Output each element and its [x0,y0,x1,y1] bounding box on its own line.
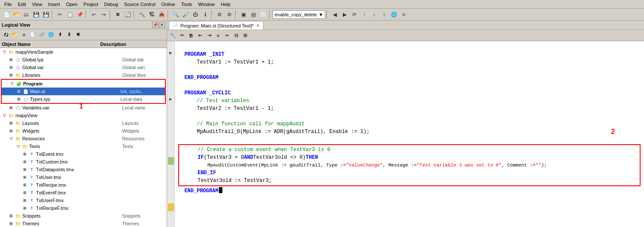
toolbar-extra8[interactable]: ≡ [399,10,408,19]
tree-item-txtdatapoints[interactable]: ⊞ T TxtDatapoints.tmx [0,166,167,173]
expand-icon[interactable]: ⊞ [8,127,15,134]
tree-item-themes[interactable]: ⊞ 📁 Themes Themes [0,220,167,227]
tree-item-txtcustom[interactable]: ⊞ T TxtCustom.tmx [0,158,167,166]
menu-file[interactable]: File [2,1,15,7]
expand-icon[interactable]: ⊞ [21,174,28,181]
lt-btn4[interactable]: 📑 [29,30,37,39]
toolbar-undo[interactable]: ↩ [89,10,99,19]
toolbar-redo[interactable]: ↪ [99,10,108,19]
tree-item-layouts[interactable]: ⊞ 📁 Layouts Layouts [0,119,167,127]
code-tb-align-right[interactable]: ⇥ [205,31,213,40]
toolbar-power[interactable]: ⏻ [191,10,200,19]
toolbar-save2[interactable]: 💾 [41,10,51,19]
expand-icon[interactable]: ⊞ [8,104,15,111]
tree-item-txtrecipef[interactable]: ⊞ T TxtRecipeF.tmx [0,204,167,212]
code-tb-outdent[interactable]: ⇐ [223,31,231,40]
toolbar-extra6[interactable]: ↕ [379,10,389,19]
toolbar-display2[interactable]: ▤ [249,10,258,19]
tree-item-variables-var[interactable]: ⊞ ⬡ Variables.var Local varia 1 [0,104,167,112]
gutter-fold-2[interactable]: ▶ [167,95,175,103]
toolbar-paste[interactable]: 📌 [75,10,84,19]
tree-item-resources[interactable]: ▽ 📁 Resources Resources [0,135,167,142]
tree-item-global-var[interactable]: ⊞ ⬡ Global.var Global vari [0,64,167,71]
tree-item-txteventf[interactable]: ⊞ T TxtEventF.tmx [0,189,167,197]
tab-main-st[interactable]: 📄 Program::Main.st [Structured Text]* ✕ [169,21,264,30]
toolbar-cut[interactable]: ✂ [55,10,65,19]
menu-project[interactable]: Project [81,1,101,7]
tree-item-txtevent[interactable]: ⊞ T TxtEvent.tmx [0,150,167,158]
code-tb-pencil[interactable]: ✏ [178,31,186,40]
lt-btn5[interactable]: 🔗 [38,30,46,39]
toolbar-extra3[interactable]: ⟳ [350,10,359,19]
code-tb-align-left[interactable]: ⇤ [196,31,204,40]
expand-icon[interactable]: ⊞ [8,64,15,71]
toolbar-settings2[interactable]: ⚙ [225,10,234,19]
tree-item-txtuser[interactable]: ⊞ T TxtUser.tmx [0,173,167,181]
lt-btn7[interactable]: ⬆ [56,30,64,39]
tree-item-snippets[interactable]: ⊞ 📁 Snippets Snippets [0,212,167,220]
toolbar-save[interactable]: 💾 [31,10,41,19]
toolbar-open2[interactable]: 🗂 [21,10,31,19]
toolbar-extra7[interactable]: 🌐 [389,10,398,19]
menu-open[interactable]: Open [63,1,80,7]
code-tb-indent[interactable]: ≡ [214,31,222,40]
toolbar-zoom[interactable]: 🔎 [181,10,190,19]
expand-icon[interactable]: ⊞ [21,205,28,212]
lt-btn6[interactable]: 🌐 [47,30,55,39]
toolbar-extra1[interactable]: ◀ [330,10,339,19]
toolbar-search[interactable]: 🔍 [171,10,180,19]
menu-debug[interactable]: Debug [102,1,120,7]
lt-btn9[interactable]: ✖ [74,30,82,39]
toolbar-transfer[interactable]: 📤 [157,10,166,19]
toolbar-new[interactable]: 📄 [2,10,11,19]
toolbar-extra4[interactable]: ↑ [359,10,369,19]
code-tb-view2[interactable]: ⊞ [241,31,249,40]
menu-online[interactable]: Online [159,1,178,7]
toolbar-extra5[interactable]: ↓ [369,10,379,19]
toolbar-display[interactable]: ▣ [239,10,248,19]
menu-window[interactable]: Window [195,1,217,7]
tree-item-global-typ[interactable]: ⊞ ⬡ Global.typ Global dat [0,56,167,64]
expand-icon[interactable]: ⊞ [21,158,28,165]
code-tb-compile[interactable]: 🔧 [169,31,177,40]
expand-icon[interactable]: ⊞ [15,88,22,95]
toolbar-extra2[interactable]: ▶ [340,10,349,19]
lt-btn2[interactable]: 📂 [11,30,19,39]
expand-icon[interactable]: ▽ [8,135,15,142]
code-content[interactable]: PROGRAM _INIT TestVar1 := TestVar1 + 1; … [175,41,644,227]
expand-icon[interactable]: ▽ [15,143,21,150]
expand-icon[interactable]: ⊞ [15,96,22,103]
toolbar-refresh[interactable]: 🔄 [123,10,132,19]
code-editor[interactable]: ▶ ▶ [167,41,644,227]
tree-item-libraries[interactable]: ⊞ 📁 Libraries Global libre [0,71,167,79]
toolbar-delete[interactable]: ✖ [113,10,123,19]
tree-item-program[interactable]: ▽ 🧩 Program [2,80,165,88]
panel-close-btn[interactable]: ✕ [159,22,165,28]
expand-icon[interactable]: ⊞ [8,56,15,63]
tree-item-types-typ[interactable]: ⊞ ⬡ Types.typ Local data [2,95,165,103]
code-tb-bold[interactable]: B [187,31,195,40]
expand-icon[interactable]: ⊞ [21,197,28,204]
expand-icon[interactable]: ⊞ [8,212,15,219]
expand-icon[interactable]: ▽ [1,48,8,55]
toolbar-settings[interactable]: ⚙ [215,10,224,19]
panel-pin-btn[interactable]: 📌 [152,22,158,28]
tab-close-btn[interactable]: ✕ [256,23,260,28]
lt-btn1[interactable]: 🗘 [2,30,10,39]
expand-icon[interactable]: ▽ [1,112,8,119]
tree-item-mappView[interactable]: ▽ 📁 mappView [0,112,167,119]
toolbar-build[interactable]: 🔨 [137,10,147,19]
tree-item-widgets[interactable]: ⊞ 📁 Widgets Widgets [0,127,167,135]
tree-item-texts[interactable]: ▽ 📁 Texts Texts [0,142,167,150]
expand-icon[interactable]: ⊞ [8,72,15,79]
lt-btn8[interactable]: ⬇ [65,30,73,39]
menu-help[interactable]: Help [218,1,233,7]
expand-icon[interactable]: ⊞ [21,151,28,157]
expand-icon[interactable]: ⊞ [8,220,15,227]
tree-item-mappViewSample[interactable]: ▽ 📁 mappViewSample [0,48,167,56]
expand-icon[interactable]: ▽ [9,80,15,87]
menu-tools[interactable]: Tools [179,1,195,7]
menu-insert[interactable]: Insert [45,1,63,7]
menu-edit[interactable]: Edit [15,1,29,7]
menu-view[interactable]: View [30,1,45,7]
